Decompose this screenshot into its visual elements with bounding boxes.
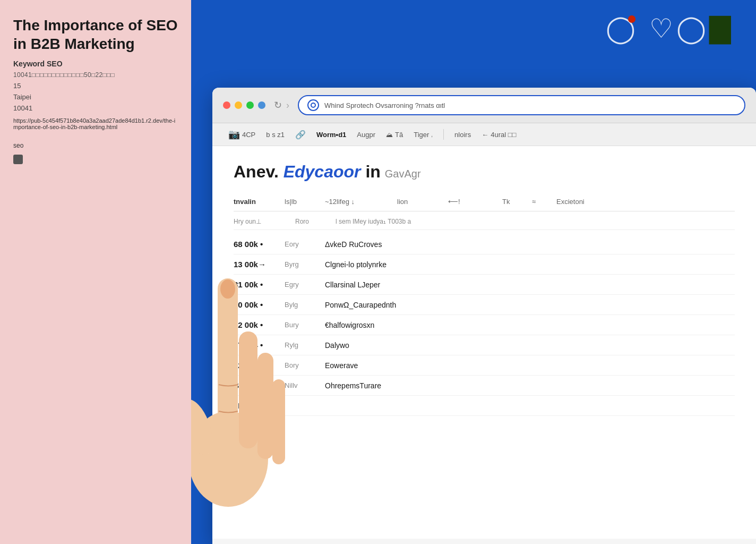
table-row[interactable]: 80 00k • Bylg PonwΩ_Caurapednth: [234, 295, 735, 315]
toolbar-item-tiger[interactable]: Tiger ,: [414, 131, 433, 139]
meta-id: 10041□□□□□□□□□□□□□50□22□□□: [13, 71, 178, 79]
toolbar-item-nloirs[interactable]: nloirs: [454, 131, 471, 139]
toolbar-label-4cp: 4CP: [242, 131, 255, 139]
row-name: Egry: [285, 280, 316, 288]
toolbar-icon-f: ⛰: [386, 131, 393, 139]
table-row[interactable]: 13 00k→ Byrg Clgnei-lo ptolynrke: [234, 254, 735, 275]
table-rows: 68 00k • Eory ΔvkeD RuCroves 13 00k→ Byr…: [234, 234, 735, 416]
th-tnvalin[interactable]: tnvalin: [234, 198, 276, 206]
row-num: 81 00k •: [234, 280, 276, 289]
row-num: 32 00k •: [234, 361, 276, 370]
browser-chrome: ↻ › Whind Sprotech Ovsarroning ?rnats αι…: [212, 88, 756, 123]
table-row[interactable]: 8F 00k •: [234, 396, 735, 416]
toolbar-icon-s: 🔗: [295, 130, 306, 140]
th-approx: ≈: [532, 198, 548, 206]
browser-window: ↻ › Whind Sprotech Ovsarroning ?rnats αι…: [212, 88, 756, 544]
row-desc: €halfowigrosxn: [325, 321, 735, 329]
toolbar-item-wormd[interactable]: Worm•d1: [316, 131, 346, 139]
traffic-light-red[interactable]: [223, 101, 230, 109]
table-header: tnvalin ls|lb ~12lifeg ↓ lion ⟵! Tk ≈ Ex…: [234, 192, 735, 211]
row-desc: OhrepemsTurare: [325, 381, 735, 390]
th-tk[interactable]: Tk: [502, 198, 523, 206]
toolbar-label-bsz: b s z1: [266, 131, 285, 139]
toolbar-item-augpr[interactable]: Augpr: [357, 131, 375, 139]
row-desc: Cllarsinal LJeper: [325, 280, 735, 289]
row-num: 8F 00k •: [234, 401, 276, 410]
traffic-lights: [223, 101, 265, 109]
title-part2: Edycaoor: [284, 162, 361, 181]
row-num: 68 00k •: [234, 240, 276, 249]
meta-zip: 10041: [13, 104, 178, 112]
th-excietoni[interactable]: Excietoni: [556, 198, 735, 206]
subh-roro: Roro: [295, 218, 327, 225]
toolbar-icon-left: ←: [482, 131, 488, 139]
table-subheader: Hry oun⊥ Roro l sem IMey iudya₁ T003b a: [234, 214, 735, 230]
row-name: Bylg: [285, 301, 316, 309]
row-name: Rylg: [285, 341, 316, 349]
th-arrow: ⟵!: [448, 198, 469, 206]
toolbar-label-tiger: Tiger: [414, 131, 429, 139]
title-part3: in: [365, 162, 380, 181]
toolbar-label-ta: Tā: [395, 131, 403, 139]
table-row[interactable]: 81 00k • Egry Cllarsinal LJeper: [234, 275, 735, 295]
subh-sem: l sem IMey iudya₁ T003b a: [336, 218, 735, 225]
row-num: 17 004 •: [234, 341, 276, 350]
th-tnvalin-label: tnvalin: [234, 198, 256, 206]
forward-icon[interactable]: ›: [286, 100, 289, 111]
browser-toolbar: 📷 4CP b s z1 🔗 Worm•d1 Augpr ⛰ Tā Tiger …: [212, 123, 756, 146]
toolbar-label-v: ,: [431, 132, 433, 138]
toolbar-item-4ural[interactable]: ← 4ural □□: [482, 131, 516, 139]
right-panel: ◯ ♡ ◯ ▇ ↻ › Whind Sprotech Ovsarronin: [191, 0, 756, 544]
title-part1: Anev.: [234, 162, 279, 181]
row-num: 32 00k •: [234, 320, 276, 329]
page-title-main: Anev. Edycaoor in: [234, 162, 381, 182]
left-panel: The Importance of SEO in B2B Marketing K…: [0, 0, 191, 544]
table-row[interactable]: 32 00k • Bury €halfowigrosxn: [234, 315, 735, 335]
toolbar-item-s[interactable]: 🔗: [295, 130, 306, 140]
th-12lifeg[interactable]: ~12lifeg ↓: [325, 198, 389, 206]
back-icon[interactable]: ↻: [274, 99, 282, 111]
row-name: Bory: [285, 361, 316, 369]
page-subtitle: GavAgr: [385, 168, 421, 180]
row-name: Byrg: [285, 260, 316, 268]
row-num: 13 00k→: [234, 260, 276, 269]
row-desc: PonwΩ_Caurapednth: [325, 301, 735, 309]
subh-hryoun: Hry oun⊥: [234, 218, 287, 225]
row-num: S0 00k •: [234, 381, 276, 390]
th-lslb[interactable]: ls|lb: [285, 198, 316, 206]
row-desc: Clgnei-lo ptolynrke: [325, 260, 735, 269]
top-decoration: ◯ ♡ ◯ ▇: [606, 13, 729, 44]
table-row[interactable]: S0 00k • Nillv OhrepemsTurare: [234, 376, 735, 396]
meta-city: Taipei: [13, 93, 178, 101]
traffic-light-yellow[interactable]: [235, 101, 242, 109]
table-row[interactable]: 68 00k • Eory ΔvkeD RuCroves: [234, 234, 735, 254]
row-desc: Eowerave: [325, 361, 735, 370]
traffic-light-blue[interactable]: [258, 101, 265, 109]
row-name: Nillv: [285, 381, 316, 389]
toolbar-icon-4cp: 📷: [228, 129, 240, 140]
article-title: The Importance of SEO in B2B Marketing: [13, 16, 178, 53]
toolbar-item-bsz[interactable]: b s z1: [266, 131, 285, 139]
row-desc: ΔvkeD RuCroves: [325, 240, 735, 249]
toolbar-label-nloirs: nloirs: [454, 131, 471, 139]
toolbar-label-augpr: Augpr: [357, 131, 375, 139]
url-text: Whind Sprotech Ovsarroning ?rnats αιtl: [324, 101, 736, 109]
toolbar-label-wormd: Worm•d1: [316, 131, 346, 139]
tag-icon: [13, 155, 23, 164]
th-lion[interactable]: lion: [397, 198, 440, 206]
table-row[interactable]: 17 004 • Rylg Dalywo: [234, 335, 735, 355]
toolbar-item-4cp[interactable]: 📷 4CP: [228, 129, 255, 140]
tag-label: seo: [13, 142, 178, 149]
toolbar-separator: [443, 129, 444, 140]
page-header: Anev. Edycaoor in GavAgr: [234, 162, 735, 182]
toolbar-item-fta[interactable]: ⛰ Tā: [386, 131, 403, 139]
address-bar[interactable]: Whind Sprotech Ovsarroning ?rnats αιtl: [298, 95, 745, 115]
traffic-light-green[interactable]: [246, 101, 254, 109]
meta-number: 15: [13, 82, 178, 90]
home-icon: [307, 99, 319, 111]
table-row[interactable]: 32 00k • Bory Eowerave: [234, 355, 735, 376]
row-name: Eory: [285, 240, 316, 248]
toolbar-label-4ural: 4ural □□: [491, 131, 516, 139]
nav-buttons: ↻ ›: [274, 99, 289, 111]
row-desc: Dalywo: [325, 341, 735, 350]
